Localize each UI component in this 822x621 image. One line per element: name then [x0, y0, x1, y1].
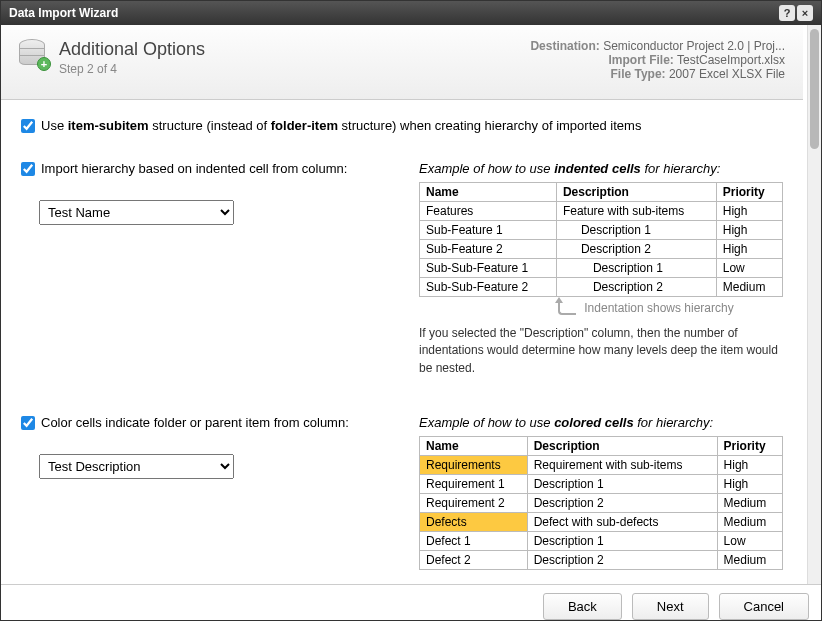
step-indicator: Step 2 of 4	[59, 62, 205, 76]
table-row: Requirement 1Description 1High	[420, 475, 783, 494]
window-title: Data Import Wizard	[9, 6, 118, 20]
color-column-select[interactable]: Test Description	[39, 454, 234, 479]
table-row: Sub-Sub-Feature 2Description 2Medium	[420, 278, 783, 297]
color-hierarchy-checkbox[interactable]	[21, 416, 35, 430]
table-row: Sub-Feature 2Description 2High	[420, 240, 783, 259]
color-hierarchy-label: Color cells indicate folder or parent it…	[41, 415, 349, 430]
help-button[interactable]: ?	[779, 5, 795, 21]
arrow-up-icon	[558, 301, 576, 315]
example-color-table: Name Description Priority RequirementsRe…	[419, 436, 783, 570]
cancel-button[interactable]: Cancel	[719, 593, 809, 620]
table-row: FeaturesFeature with sub-itemsHigh	[420, 202, 783, 221]
scrollbar-thumb[interactable]	[810, 29, 819, 149]
table-row: Sub-Feature 1Description 1High	[420, 221, 783, 240]
indent-hierarchy-checkbox[interactable]	[21, 162, 35, 176]
example-color-title: Example of how to use colored cells for …	[419, 415, 783, 430]
indent-explanation: If you selected the "Description" column…	[419, 325, 783, 377]
titlebar: Data Import Wizard ? ×	[1, 1, 821, 25]
next-button[interactable]: Next	[632, 593, 709, 620]
close-button[interactable]: ×	[797, 5, 813, 21]
item-subitem-label: Use item-subitem structure (instead of f…	[41, 118, 641, 133]
example-indent-table: Name Description Priority FeaturesFeatur…	[419, 182, 783, 297]
back-button[interactable]: Back	[543, 593, 622, 620]
table-row: RequirementsRequirement with sub-itemsHi…	[420, 456, 783, 475]
indent-column-select[interactable]: Test Name	[39, 200, 234, 225]
indent-hint: Indentation shows hierarchy	[419, 301, 783, 315]
scroll-area: + Additional Options Step 2 of 4 Destina…	[1, 25, 807, 584]
wizard-header: + Additional Options Step 2 of 4 Destina…	[1, 25, 803, 100]
indent-hierarchy-label: Import hierarchy based on indented cell …	[41, 161, 347, 176]
item-subitem-checkbox[interactable]	[21, 119, 35, 133]
table-row: Sub-Sub-Feature 1Description 1Low	[420, 259, 783, 278]
scrollbar[interactable]	[807, 25, 821, 584]
database-import-icon: +	[19, 39, 49, 69]
table-row: Defect 2Description 2Medium	[420, 551, 783, 570]
table-row: DefectsDefect with sub-defectsMedium	[420, 513, 783, 532]
import-meta: Destination: Semiconductor Project 2.0 |…	[530, 39, 785, 81]
example-indent-title: Example of how to use indented cells for…	[419, 161, 783, 176]
page-title: Additional Options	[59, 39, 205, 60]
table-row: Defect 1Description 1Low	[420, 532, 783, 551]
table-row: Requirement 2Description 2Medium	[420, 494, 783, 513]
footer: Back Next Cancel	[1, 584, 821, 621]
